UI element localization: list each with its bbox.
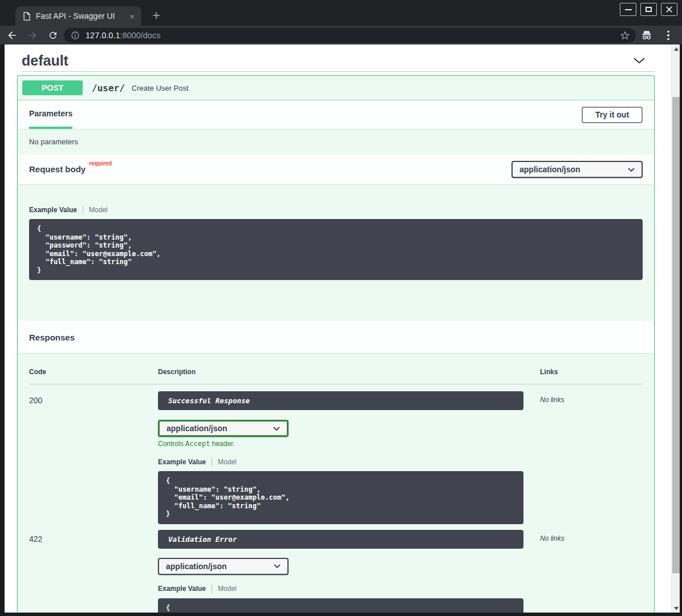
reload-button[interactable] [44, 27, 62, 43]
parameters-tab: Parameters [29, 100, 72, 129]
back-button[interactable] [3, 27, 21, 43]
tab-example-value[interactable]: Example Value [29, 206, 83, 214]
tag-section-title: default [22, 52, 68, 68]
maximize-icon [646, 7, 652, 12]
window-controls [620, 3, 677, 16]
chevron-down-icon [274, 564, 281, 568]
browser-tab[interactable]: Fast API - Swagger UI × [15, 6, 141, 26]
response-media-type-select[interactable]: application/json [158, 558, 289, 575]
url-host: 127.0.0.1 [86, 31, 120, 40]
request-example-code: { "username": "string", "password": "str… [29, 219, 643, 280]
response-example-json: { "username": "string", "email": "user@e… [166, 477, 515, 518]
responses-header: Responses [18, 321, 654, 353]
example-model-tabs: Example Value Model [158, 457, 540, 467]
response-example-json: { "detail": [ { [166, 604, 515, 613]
reload-icon [48, 30, 58, 40]
responses-title: Responses [29, 333, 75, 342]
scrollbar-up-arrow[interactable] [672, 44, 680, 53]
url-path: :8000/docs [120, 31, 160, 40]
request-body-header: Request bodyrequired application/json [18, 155, 654, 184]
tab-model[interactable]: Model [83, 206, 108, 214]
response-description: Successful Response [158, 391, 523, 410]
new-tab-button[interactable]: + [148, 7, 164, 23]
opblock-summary[interactable]: POST /user/ Create User Post [18, 76, 654, 100]
incognito-icon [640, 30, 653, 41]
back-icon [6, 30, 18, 41]
example-model-tabs: Example Value Model [158, 584, 540, 594]
chevron-down-icon [273, 427, 280, 431]
response-links: No links [540, 530, 643, 613]
scrollbar-thumb[interactable] [672, 97, 680, 573]
request-body-title: Request body [29, 165, 86, 175]
accept-header-code: Accept [185, 440, 210, 448]
tab-title: Fast API - Swagger UI [36, 11, 123, 21]
tab-close-icon[interactable]: × [128, 12, 136, 21]
endpoint-summary: Create User Post [132, 84, 189, 92]
response-media-type-value: application/json [167, 424, 228, 433]
column-links: Links [540, 368, 643, 376]
tab-example-value[interactable]: Example Value [158, 585, 212, 593]
maximize-button[interactable] [640, 3, 657, 16]
response-row-200: 200 Successful Response application/json… [29, 391, 643, 524]
responses-table-head: Code Description Links [29, 361, 643, 384]
page-scrollbar[interactable] [671, 44, 680, 613]
tab-model[interactable]: Model [212, 458, 237, 466]
page-viewport: default POST /user/ Create User Post Par… [5, 44, 680, 613]
incognito-badge [638, 28, 655, 43]
close-icon [666, 6, 672, 13]
no-parameters-text: No parameters [18, 129, 654, 155]
browser-tab-strip: Fast API - Swagger UI × + [0, 0, 682, 26]
controls-accept-note: Controls Accept header. [158, 440, 540, 448]
required-label: required [89, 160, 112, 167]
column-code: Code [29, 368, 158, 376]
tab-example-value[interactable]: Example Value [158, 458, 212, 466]
chevron-down-icon [628, 168, 635, 172]
parameters-header: Parameters Try it out [18, 100, 654, 129]
forward-button[interactable] [24, 27, 41, 43]
tab-model[interactable]: Model [212, 585, 237, 593]
minimize-icon [625, 9, 632, 10]
example-model-tabs: Example Value Model [29, 205, 643, 214]
request-media-type-select[interactable]: application/json [511, 161, 643, 178]
response-code: 422 [29, 530, 158, 613]
opblock-post-user: POST /user/ Create User Post Parameters … [17, 75, 655, 613]
close-button[interactable] [661, 3, 677, 16]
column-description: Description [158, 368, 540, 376]
minimize-button[interactable] [620, 3, 636, 16]
browser-menu-button[interactable] [663, 29, 674, 42]
responses-table: Code Description Links 200 Successful Re… [18, 353, 654, 613]
scrollbar-down-arrow[interactable] [672, 604, 680, 613]
url-text: 127.0.0.1:8000/docs [86, 31, 620, 40]
site-info-icon[interactable] [71, 31, 80, 40]
collapse-chevron-icon[interactable] [633, 57, 646, 64]
request-body-content: Example Value Model { "username": "strin… [18, 184, 654, 321]
response-media-type-select[interactable]: application/json [158, 420, 289, 437]
page-favicon-icon [22, 11, 31, 21]
response-row-422: 422 Validation Error application/json Ex… [29, 530, 643, 613]
bookmark-star-button[interactable] [620, 30, 630, 40]
response-links: No links [540, 391, 643, 524]
address-bar[interactable]: 127.0.0.1:8000/docs [64, 28, 636, 43]
response-description: Validation Error [158, 530, 523, 549]
response-media-type-value: application/json [166, 562, 227, 571]
swagger-page: default POST /user/ Create User Post Par… [5, 44, 671, 613]
request-example-json: { "username": "string", "password": "str… [37, 225, 635, 274]
star-icon [620, 30, 630, 40]
forward-icon [27, 30, 38, 41]
try-it-out-button[interactable]: Try it out [582, 107, 643, 123]
tag-section-header[interactable]: default [22, 51, 655, 72]
response-example-code: { "detail": [ { [158, 598, 523, 613]
method-badge: POST [22, 80, 83, 95]
response-code: 200 [29, 391, 158, 524]
response-example-code: { "username": "string", "email": "user@e… [158, 471, 523, 524]
request-media-type-value: application/json [519, 165, 580, 174]
endpoint-path: /user/ [92, 83, 125, 94]
browser-toolbar: 127.0.0.1:8000/docs [0, 26, 682, 44]
